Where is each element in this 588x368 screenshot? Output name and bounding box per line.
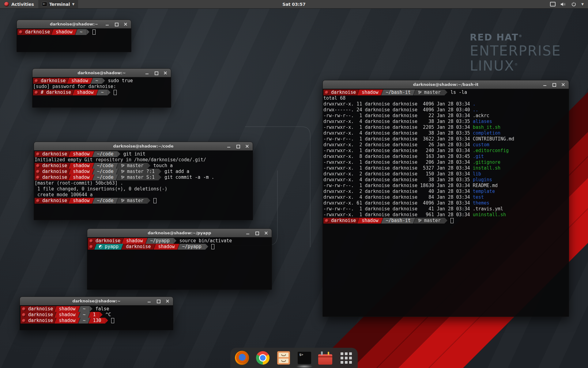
close-button[interactable] [124,22,127,26]
prompt-segment-path: ~/code [92,169,118,174]
prompt-fedora-icon [19,30,23,34]
terminal-cursor[interactable] [153,198,156,203]
typed-command: ^C [103,312,111,318]
maximize-button[interactable] [236,144,240,148]
file-name: lib [473,171,481,177]
power-icon[interactable] [571,2,576,6]
close-button[interactable] [264,231,268,235]
terminal-line: Initialized empty Git repository in /hom… [35,157,252,163]
window-titlebar[interactable]: darknoise@shadow:~/bash-it [323,80,569,89]
window-titlebar[interactable]: darknoise@shadow:~ [17,20,131,29]
close-button[interactable] [245,144,249,148]
close-button[interactable] [164,71,167,75]
minimize-button[interactable] [145,71,149,75]
file-entry: drwx------. 24 darknoise darknoise 4096 … [323,107,473,113]
prompt-segment-user: darknoise [35,198,70,204]
rhel-logo-line3: LINUX® [470,59,561,73]
terminal-output: 1 file changed, 0 insertions(+), 0 delet… [35,186,167,192]
prompt-segment-path: ~ [75,29,86,35]
powerline-arrow-icon [445,90,447,95]
minimize-button[interactable] [227,144,231,148]
terminal-line: darknoiseshadow~/bash-itmaster [323,218,568,224]
terminal-content[interactable]: darknoiseshadow~/codegit initInitialized… [34,150,253,220]
terminal-content[interactable]: darknoiseshadow~ [17,28,131,52]
minimize-button[interactable] [543,83,547,86]
terminal-line: drwxrwxr-x. 2 darknoise darknoise 150 Ja… [323,171,568,177]
prompt-segment-path: ~ [96,90,108,95]
display-icon[interactable] [550,2,556,6]
terminal-cursor[interactable] [211,244,214,249]
prompt-segment-user: # darknoise [33,90,74,95]
prompt-segment-git: master [413,90,445,95]
terminal-line: pyappdarknoiseshadow~/pyapp [88,244,271,250]
maximize-button[interactable] [115,22,118,26]
file-name: CONTRIBUTING.md [473,136,514,142]
terminal-window-3[interactable]: darknoise@shadow:~/code darknoiseshadow~… [34,142,253,220]
prompt-segment-user: darknoise [21,318,56,324]
window-titlebar[interactable]: darknoise@shadow:~ [20,297,173,305]
minimize-button[interactable] [105,22,109,26]
dock-item-toolbox[interactable] [318,351,333,365]
prompt-segment-user: darknoise [323,90,359,95]
clock[interactable]: Sat 03:57 [282,2,306,7]
maximize-button[interactable] [255,231,259,235]
terminal-cursor[interactable] [114,90,117,95]
activities-button[interactable]: Activities [0,0,38,8]
terminal-content[interactable]: darknoiseshadow~sudo true[sudo] password… [32,77,171,107]
maximize-button[interactable] [154,71,158,75]
file-name: .gitignore [473,159,500,165]
dock-item-terminal[interactable]: $> [297,351,312,365]
terminal-window-2[interactable]: darknoise@shadow:~ darknoiseshadow~sudo … [32,68,171,108]
terminal-line: -rwxrwxr-x. 1 darknoise darknoise 961 Ja… [323,212,568,218]
prompt-fedora-icon [36,199,40,203]
file-entry: -rwxrwxr-x. 1 darknoise darknoise 961 Ja… [323,212,473,218]
app-menu-label: Terminal [49,2,70,7]
close-button[interactable] [561,83,565,86]
window-titlebar[interactable]: darknoise@shadow:~/pyapp [87,229,272,237]
terminal-content[interactable]: darknoiseshadow~falsedarknoiseshadow~1^C… [20,305,173,330]
file-entry: drwxrwxr-x. 11 darknoise darknoise 4096 … [323,101,473,107]
terminal-window-1[interactable]: darknoise@shadow:~ darknoiseshadow~ [17,20,131,52]
prompt-segment-host: shadow [357,218,383,224]
dock-item-files[interactable] [276,351,291,365]
prompt-segment-user: darknoise [21,312,56,318]
prompt-fedora-icon [36,176,40,179]
minimize-button[interactable] [147,299,151,303]
terminal-window-5[interactable]: darknoise@shadow:~ darknoiseshadow~false… [20,297,173,330]
window-title: darknoise@shadow:~ [50,22,98,26]
terminal-cursor[interactable] [92,29,96,35]
minimize-button[interactable] [246,231,250,235]
caret-down-icon[interactable]: ▼ [581,2,584,6]
prompt-segment-host: shadow [67,78,92,84]
file-name: install.sh [473,165,500,171]
terminal-content[interactable]: darknoiseshadow~/pyappsource bin/activat… [87,237,272,289]
file-name: aliases [473,119,492,125]
git-branch-icon [418,219,422,223]
terminal-window-bash-it[interactable]: darknoise@shadow:~/bash-it darknoiseshad… [322,80,569,317]
terminal-window-4[interactable]: darknoise@shadow:~/pyapp darknoiseshadow… [87,228,272,290]
maximize-button[interactable] [156,299,160,303]
terminal-content[interactable]: darknoiseshadow~/bash-itmasterls -latota… [323,89,569,316]
file-name: bash_it.sh [473,125,500,130]
terminal-cursor[interactable] [111,318,114,323]
dock-item-app-grid[interactable] [339,351,353,365]
window-title: darknoise@shadow:~/bash-it [413,82,478,87]
window-titlebar[interactable]: darknoise@shadow:~/code [34,142,253,151]
volume-icon[interactable] [561,2,566,6]
file-entry: drwxrwxr-x. 4 darknoise darknoise 38 Jan… [323,177,473,183]
file-name: custom [473,142,489,148]
prompt-segment-path: ~ [78,306,89,312]
typed-command: source bin/activate [176,238,232,244]
typed-command: git add a [161,169,189,174]
dock-item-firefox[interactable] [235,351,249,365]
window-titlebar[interactable]: darknoise@shadow:~ [32,69,171,77]
prompt-segment-host: shadow [51,29,77,35]
prompt-segment-host: shadow [68,151,94,157]
prompt-segment-git: master [413,218,445,224]
maximize-button[interactable] [552,83,556,86]
dock-item-chrome[interactable] [255,351,270,365]
app-menu-terminal[interactable]: $> Terminal ▼ [38,0,78,8]
close-button[interactable] [166,299,169,303]
git-branch-icon [121,175,125,180]
terminal-cursor[interactable] [450,218,454,223]
